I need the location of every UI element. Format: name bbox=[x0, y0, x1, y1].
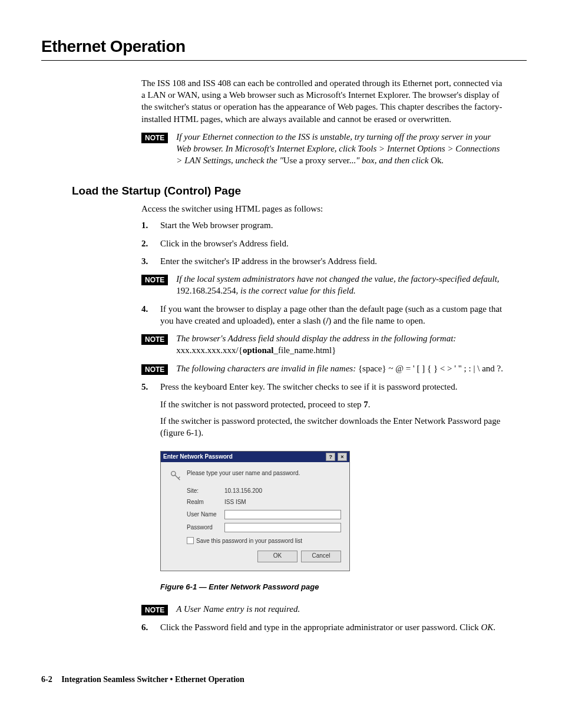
intro-paragraph: The ISS 108 and ISS 408 can each be cont… bbox=[141, 77, 503, 125]
note-body: The browser's Address field should displ… bbox=[176, 332, 503, 357]
step-1: 1. Start the Web browser program. bbox=[141, 219, 503, 231]
password-dialog: Enter Network Password ? × Please type y… bbox=[160, 451, 350, 572]
note-2: NOTE If the local system administrators … bbox=[141, 273, 503, 297]
note-body: The following characters are invalid in … bbox=[176, 363, 503, 375]
close-icon[interactable]: × bbox=[338, 453, 347, 461]
note-4: NOTE The following characters are invali… bbox=[141, 363, 503, 375]
site-value: 10.13.156.200 bbox=[224, 487, 341, 495]
note-badge: NOTE bbox=[141, 275, 168, 285]
steps-list-cont: 4. If you want the browser to display a … bbox=[141, 303, 503, 327]
save-password-label: Save this password in your password list bbox=[196, 537, 302, 545]
checkbox-icon[interactable] bbox=[187, 537, 194, 544]
svg-point-0 bbox=[171, 471, 176, 475]
note-badge: NOTE bbox=[141, 364, 168, 375]
note-3: NOTE The browser's Address field should … bbox=[141, 332, 503, 357]
username-input[interactable] bbox=[224, 510, 341, 519]
realm-value: ISS ISM bbox=[224, 498, 341, 506]
help-icon[interactable]: ? bbox=[326, 453, 335, 461]
steps-list-cont2: 5. Press the keyboard Enter key. The swi… bbox=[141, 381, 503, 393]
keys-icon bbox=[169, 469, 182, 482]
password-input[interactable] bbox=[224, 523, 341, 532]
svg-line-2 bbox=[178, 477, 180, 479]
dialog-titlebar: Enter Network Password ? × bbox=[161, 452, 349, 462]
ok-button[interactable]: OK bbox=[257, 551, 297, 562]
step5-sub1: If the switcher is not password protecte… bbox=[160, 398, 503, 410]
dialog-controls: ? × bbox=[325, 453, 347, 461]
step-3: 3. Enter the switcher's IP address in th… bbox=[141, 255, 503, 267]
dialog-title-text: Enter Network Password bbox=[163, 453, 233, 461]
step-5: 5. Press the keyboard Enter key. The swi… bbox=[141, 381, 503, 393]
chapter-title: Ethernet Operation bbox=[41, 35, 527, 58]
step-2: 2. Click in the browser's Address field. bbox=[141, 238, 503, 249]
note-5: NOTE A User Name entry is not required. bbox=[141, 603, 503, 615]
page-footer: 6-2 Integration Seamless Switcher • Ethe… bbox=[41, 674, 527, 686]
note-badge: NOTE bbox=[141, 605, 168, 615]
footer-title: Integration Seamless Switcher • Ethernet… bbox=[61, 675, 244, 684]
steps-list: 1. Start the Web browser program. 2. Cli… bbox=[141, 219, 503, 267]
section-heading: Load the Startup (Control) Page bbox=[72, 183, 527, 199]
note-1: NOTE If your Ethernet connection to the … bbox=[141, 131, 503, 167]
step-4: 4. If you want the browser to display a … bbox=[141, 303, 503, 327]
note-body: If your Ethernet connection to the ISS i… bbox=[176, 131, 503, 167]
step5-sub2: If the switcher is password protected, t… bbox=[160, 415, 503, 439]
note-body: A User Name entry is not required. bbox=[176, 603, 503, 615]
username-label: User Name bbox=[187, 510, 222, 519]
note-badge: NOTE bbox=[141, 334, 168, 345]
note-body: If the local system administrators have … bbox=[176, 273, 503, 297]
step-6: 6. Click the Password field and type in … bbox=[141, 621, 503, 633]
steps-list-cont3: 6. Click the Password field and type in … bbox=[141, 621, 503, 633]
page-number: 6-2 bbox=[41, 675, 52, 684]
dialog-body: Please type your user name and password.… bbox=[161, 462, 349, 571]
password-label: Password bbox=[187, 523, 222, 532]
section-intro: Access the switcher using HTML pages as … bbox=[141, 203, 503, 215]
note-badge: NOTE bbox=[141, 133, 168, 143]
figure-caption: Figure 6-1 — Enter Network Password page bbox=[160, 582, 527, 592]
cancel-button[interactable]: Cancel bbox=[301, 551, 341, 562]
realm-label: Realm bbox=[187, 498, 222, 506]
site-label: Site: bbox=[187, 487, 222, 495]
save-password-checkbox[interactable]: Save this password in your password list bbox=[187, 537, 341, 545]
dialog-message: Please type your user name and password. bbox=[187, 469, 300, 477]
horizontal-rule bbox=[41, 60, 527, 61]
